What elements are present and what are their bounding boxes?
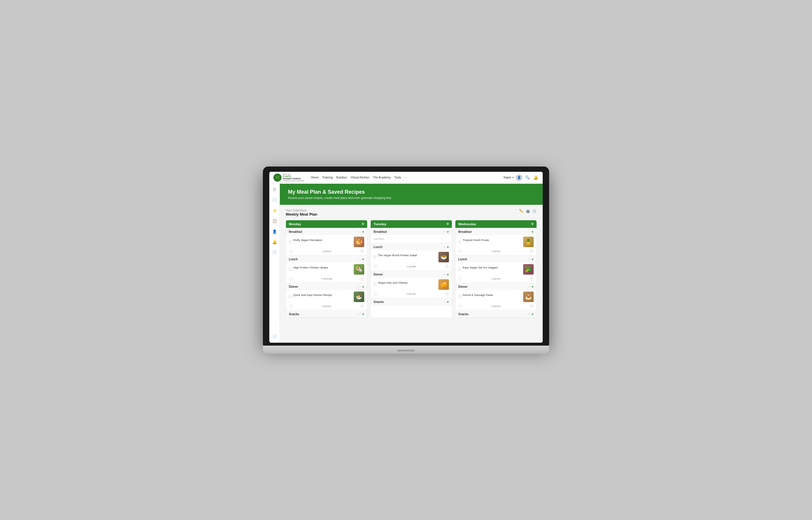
- nav-academy[interactable]: The Academy: [373, 175, 391, 180]
- tuesday-breakfast-add[interactable]: +: [447, 230, 449, 234]
- monday-chicken-dots[interactable]: ···: [293, 270, 352, 272]
- bell-icon[interactable]: 🔔: [533, 175, 539, 180]
- wednesday-penne-minus[interactable]: −: [458, 304, 462, 308]
- monday-ramen-plus[interactable]: +: [360, 304, 364, 308]
- wednesday-stirfry-info: Easy Vegan Stir Fry Veggies ···: [463, 266, 521, 272]
- monday-breakfast-section: Breakfast ··· +: [286, 228, 367, 255]
- tuesday-breakfast-title: Breakfast: [373, 230, 387, 233]
- sidebar-active-icon[interactable]: 📋: [272, 218, 278, 224]
- wednesday-snacks-dots[interactable]: ···: [527, 312, 530, 316]
- wednesday-dinner-section: Dinner ··· +: [455, 283, 536, 310]
- monday-pancakes-minus[interactable]: −: [289, 249, 293, 253]
- wednesday-stirfry-checkbox[interactable]: [458, 268, 461, 270]
- nav-user[interactable]: Najee ▾: [503, 176, 514, 179]
- monday-dinner-add[interactable]: +: [362, 285, 364, 289]
- wednesday-tropical-checkbox[interactable]: [458, 240, 461, 243]
- monday-lunch-dots[interactable]: ···: [358, 257, 361, 261]
- monday-snacks-dots[interactable]: ···: [358, 312, 361, 316]
- monday-pancakes-dots[interactable]: ···: [293, 242, 352, 245]
- monday-lunch-add[interactable]: +: [362, 257, 364, 261]
- tuesday-vegan-bomb-plus[interactable]: +: [445, 264, 449, 268]
- nav-more[interactable]: ···: [404, 175, 407, 180]
- wednesday-lunch-actions: ··· +: [527, 257, 534, 261]
- wednesday-breakfast-section: Breakfast ··· +: [455, 228, 536, 255]
- monday-chicken-checkbox[interactable]: [289, 268, 291, 270]
- tuesday-mac-plus[interactable]: +: [445, 292, 449, 296]
- cart-icon[interactable]: 🛒: [532, 209, 537, 213]
- hero-title: My Meal Plan & Saved Recipes: [288, 189, 534, 195]
- tuesday-lunch-add[interactable]: +: [447, 245, 449, 249]
- tuesday-vegan-bomb-checkbox[interactable]: [373, 256, 376, 258]
- tuesday-vegan-bomb-dots[interactable]: ···: [378, 257, 437, 260]
- wednesday-penne-controls: − 2 person +: [455, 304, 536, 310]
- monday-snacks-add[interactable]: +: [362, 312, 364, 316]
- sidebar-menu-icon[interactable]: ☰: [272, 187, 278, 192]
- monday-pancakes-plus[interactable]: +: [360, 249, 364, 253]
- sidebar-bell-icon[interactable]: 🔔: [272, 239, 278, 245]
- monday-ramen-dots[interactable]: ···: [293, 297, 352, 300]
- sidebar-activity-icon[interactable]: ⚡: [272, 208, 278, 213]
- wednesday-settings-icon[interactable]: ⚙: [531, 222, 534, 226]
- monday-ramen-checkbox[interactable]: [289, 295, 291, 298]
- tuesday-dinner-add[interactable]: +: [447, 272, 449, 277]
- nav-training[interactable]: Training: [322, 175, 333, 180]
- wednesday-penne-dots[interactable]: ···: [463, 297, 521, 300]
- wednesday-dinner-add[interactable]: +: [531, 285, 534, 289]
- tuesday-settings-icon[interactable]: ⚙: [446, 222, 449, 226]
- monday-ramen-minus[interactable]: −: [289, 304, 293, 308]
- tuesday-lunch-dots[interactable]: ···: [443, 245, 445, 249]
- sidebar-document-icon[interactable]: 📄: [272, 197, 278, 203]
- tuesday-snacks-dots[interactable]: ···: [443, 300, 445, 304]
- wednesday-tropical-plus[interactable]: +: [529, 249, 534, 253]
- wednesday-penne-plus[interactable]: +: [529, 304, 534, 308]
- tuesday-breakfast-header: Breakfast ··· +: [371, 228, 452, 235]
- wednesday-lunch-dots[interactable]: ···: [527, 257, 530, 261]
- tuesday-vegan-bomb-minus[interactable]: −: [373, 264, 378, 268]
- wednesday-breakfast-dots[interactable]: ···: [527, 230, 530, 233]
- print-icon[interactable]: 🖨️: [526, 209, 530, 213]
- edit-icon[interactable]: ✏️: [519, 209, 523, 213]
- monday-breakfast-actions: ··· +: [358, 230, 364, 234]
- wednesday-breakfast-add[interactable]: +: [531, 230, 534, 234]
- monday-ramen-name: Quick and Easy Ramen Recipe: [293, 293, 352, 297]
- wednesday-dinner-dots[interactable]: ···: [527, 285, 530, 288]
- monday-snacks-header: Snacks ··· +: [286, 310, 367, 317]
- tuesday-mac-checkbox[interactable]: [373, 283, 376, 286]
- tuesday-mac-controls: − 1 person +: [371, 291, 452, 298]
- monday-settings-icon[interactable]: ⚙: [362, 222, 364, 226]
- nav-tools[interactable]: Tools: [394, 175, 401, 180]
- monday-snacks-section: Snacks ··· +: [286, 310, 367, 318]
- monday-breakfast-dots[interactable]: ···: [358, 230, 361, 233]
- tuesday-add-item[interactable]: Add Item: [371, 235, 452, 243]
- wednesday-lunch-add[interactable]: +: [531, 257, 534, 261]
- monday-dinner-dots[interactable]: ···: [358, 285, 361, 288]
- sidebar-doc3-icon[interactable]: 📄: [272, 334, 278, 340]
- laptop-notch: [397, 350, 415, 352]
- tuesday-mac-dots[interactable]: ···: [378, 285, 437, 288]
- nav-virtual-kitchen[interactable]: Virtual Kitchen: [350, 175, 369, 180]
- tuesday-snacks-add[interactable]: +: [447, 300, 449, 304]
- wednesday-stirfry-plus[interactable]: +: [529, 277, 534, 281]
- monday-breakfast-add[interactable]: +: [362, 230, 364, 234]
- nav-home[interactable]: Home: [311, 175, 319, 180]
- wednesday-stirfry-dots[interactable]: ···: [463, 270, 521, 272]
- tuesday-dinner-dots[interactable]: ···: [443, 272, 445, 276]
- avatar[interactable]: 👤: [516, 175, 522, 181]
- monday-chicken-minus[interactable]: −: [289, 277, 293, 281]
- wednesday-stirfry-minus[interactable]: −: [458, 277, 462, 281]
- sidebar-user-icon[interactable]: 👤: [272, 229, 278, 235]
- wednesday-snacks-add[interactable]: +: [531, 312, 534, 316]
- wednesday-tropical-dots[interactable]: ···: [463, 242, 521, 245]
- monday-chicken-servings: 1 servings: [321, 277, 332, 280]
- nav-nutrition[interactable]: Nutrition: [336, 175, 347, 180]
- tuesday-mac-minus[interactable]: −: [373, 292, 378, 296]
- monday-dinner-section: Dinner ··· +: [286, 283, 367, 310]
- search-icon[interactable]: 🔍: [525, 175, 530, 180]
- wednesday-penne-checkbox[interactable]: [458, 295, 461, 298]
- monday-chicken-plus[interactable]: +: [360, 277, 364, 281]
- sidebar-doc2-icon[interactable]: 📄: [272, 250, 278, 256]
- monday-lunch-section: Lunch ··· +: [286, 255, 367, 283]
- tuesday-breakfast-dots[interactable]: ···: [443, 230, 445, 233]
- wednesday-tropical-minus[interactable]: −: [458, 249, 462, 253]
- monday-pancakes-checkbox[interactable]: [289, 240, 291, 243]
